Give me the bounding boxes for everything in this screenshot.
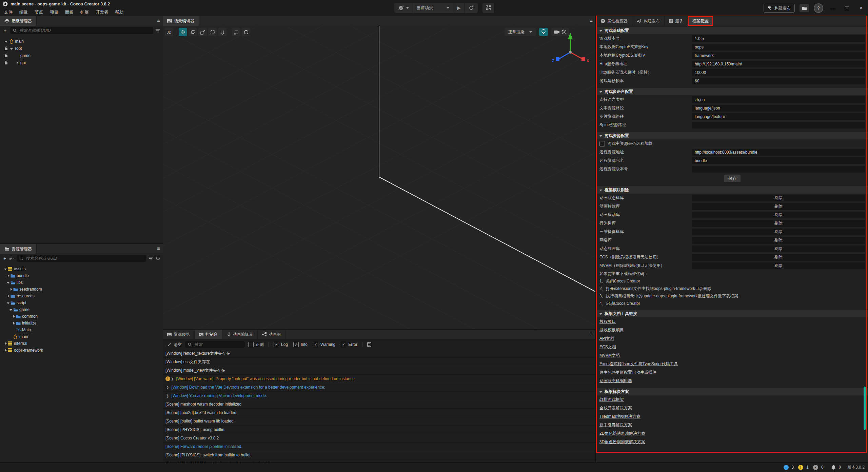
module-remove-button[interactable]: 剔除 [692, 220, 865, 227]
doc-link[interactable]: 全栈开发解决方案 [599, 405, 632, 411]
doc-link[interactable]: ECS文档 [599, 344, 616, 350]
chevron-right-icon[interactable] [13, 322, 15, 324]
error-count-icon[interactable]: × [813, 465, 818, 470]
expand-chevron-icon[interactable]: ❯ [171, 377, 174, 381]
doc-link[interactable]: 新手引导解决方案 [599, 422, 632, 428]
checkbox-row-游戏中资源是否远程加载[interactable]: 游戏中资源是否远程加载 [596, 139, 868, 148]
pivot-toggle-button[interactable] [232, 28, 240, 36]
doc-link[interactable]: Excel格式转Json文件与TypeScript代码工具 [599, 361, 678, 367]
tab-控制台[interactable]: 控制台 [195, 330, 222, 339]
asset-node-common[interactable]: common [0, 313, 163, 320]
regex-checkbox[interactable]: 正则 [248, 342, 264, 348]
console-search-input[interactable]: 搜索 [185, 341, 245, 348]
doc-link[interactable]: 教程项目 [599, 319, 616, 324]
filter-info[interactable]: ✓Info [293, 342, 308, 347]
coordinate-space-button[interactable] [242, 28, 250, 36]
rotate-tool-button[interactable] [189, 28, 197, 36]
menu-item-开发者[interactable]: 开发者 [92, 9, 112, 16]
create-asset-button[interactable]: + [2, 256, 7, 261]
doc-link[interactable]: MVVM文档 [599, 353, 620, 358]
field-input[interactable]: language/json [692, 105, 865, 112]
doc-link[interactable]: 3D角色扮演游戏解决方案 [599, 439, 645, 445]
save-button[interactable]: 保存 [724, 175, 741, 182]
warning-count-icon[interactable]: ! [798, 465, 803, 470]
bell-icon[interactable] [831, 465, 836, 470]
menu-item-项目[interactable]: 项目 [46, 9, 62, 16]
chevron-down-icon[interactable] [10, 48, 13, 50]
chevron-right-icon[interactable] [13, 315, 15, 318]
rect-tool-button[interactable] [208, 28, 217, 36]
asset-node-script[interactable]: script [0, 299, 163, 306]
preview-qrcode-button[interactable] [482, 3, 494, 13]
chevron-right-icon[interactable] [17, 61, 18, 64]
restart-button[interactable] [465, 3, 478, 13]
mode-3d-toggle[interactable]: 3D [165, 28, 173, 36]
chevron-right-icon[interactable] [5, 342, 7, 345]
menu-item-文件[interactable]: 文件 [1, 9, 16, 16]
section-header-游戏多语言配置[interactable]: 游戏多语言配置 [596, 88, 868, 95]
module-remove-button[interactable]: 剔除 [692, 195, 865, 201]
tab-动画图[interactable]: 动画图 [258, 330, 285, 339]
maximize-button[interactable] [842, 5, 852, 11]
clear-console-button[interactable]: 清空 [167, 342, 182, 348]
field-input[interactable] [692, 166, 865, 173]
tab-框架配置[interactable]: 框架配置 [688, 16, 713, 26]
section-header-框架文档工具链接[interactable]: 框架文档工具链接 [596, 310, 868, 317]
scene-light-toggle[interactable] [539, 28, 548, 36]
scene-viewport[interactable]: X Z 3D [163, 26, 595, 329]
open-project-folder-button[interactable] [800, 4, 809, 12]
filter-log[interactable]: ✓Log [274, 342, 288, 347]
doc-link[interactable]: 2D角色扮演游戏解决方案 [599, 431, 645, 436]
asset-node-main[interactable]: main [0, 333, 163, 340]
menu-item-节点[interactable]: 节点 [31, 9, 46, 16]
play-button[interactable]: ▶ [453, 3, 465, 13]
module-remove-button[interactable]: 剔除 [692, 229, 865, 235]
doc-link[interactable]: 原生包热更新配置自动生成插件 [599, 370, 656, 375]
tab-属性检查器[interactable]: 属性检查器 [596, 16, 632, 26]
filter-warning[interactable]: ✓Warning [313, 342, 335, 347]
asset-node-libs[interactable]: libs [0, 279, 163, 286]
checkbox-unchecked[interactable] [599, 141, 605, 146]
preview-target-button[interactable] [394, 3, 413, 13]
field-input[interactable]: language/texture [692, 113, 865, 120]
asset-node-Main[interactable]: TSMain [0, 327, 163, 333]
field-input[interactable]: http://192.168.0.150/main/ [692, 61, 865, 67]
module-remove-button[interactable]: 剔除 [692, 212, 865, 218]
log-row[interactable]: [Scene] meshopt wasm decoder initialized [163, 400, 595, 409]
menu-item-帮助[interactable]: 帮助 [112, 9, 127, 16]
chevron-down-icon[interactable] [7, 302, 9, 304]
tab-hierarchy[interactable]: 层级管理器 [0, 16, 37, 26]
log-row[interactable]: [Window] model_view文件夹存在 [163, 366, 595, 375]
module-remove-button[interactable]: 剔除 [692, 203, 865, 210]
section-header-框架解决方案[interactable]: 框架解决方案 [596, 388, 868, 395]
field-input[interactable] [692, 122, 865, 129]
asset-node-game[interactable]: game [0, 306, 163, 313]
field-input[interactable]: bundle [692, 157, 865, 164]
hierarchy-search-input[interactable]: 搜索名称或 UUID [10, 27, 153, 34]
asset-node-bundle[interactable]: bundle [0, 272, 163, 279]
refresh-icon[interactable] [156, 256, 160, 261]
doc-link[interactable]: Tiledmap地图解决方案 [599, 414, 640, 419]
doc-link[interactable]: API文档 [599, 336, 614, 341]
chevron-right-icon[interactable] [11, 288, 12, 291]
tree-node-gui[interactable]: gui [0, 59, 163, 66]
log-row[interactable]: ❯[Window] You are running Vue in develop… [163, 392, 595, 400]
gear-icon[interactable] [561, 29, 566, 34]
asset-node-oops-framework[interactable]: oops-framework [0, 347, 163, 354]
scene-select-dropdown[interactable]: 当前场景 [413, 3, 453, 13]
chevron-right-icon[interactable] [5, 349, 7, 352]
panel-menu-icon[interactable]: ≡ [157, 245, 160, 251]
field-input[interactable]: 1.0.5 [692, 35, 865, 42]
scrollbar-thumb[interactable] [864, 387, 866, 430]
tab-构建发布[interactable]: 构建发布 [632, 16, 665, 26]
field-input[interactable]: 60 [692, 78, 865, 84]
panel-menu-icon[interactable]: ≡ [590, 331, 593, 337]
doc-link[interactable]: 游戏模板项目 [599, 327, 624, 333]
module-remove-button[interactable]: 剔除 [692, 245, 865, 252]
tree-node-main[interactable]: main [0, 38, 163, 45]
module-remove-button[interactable]: 剔除 [692, 237, 865, 244]
create-node-button[interactable]: + [2, 28, 8, 33]
axis-gizmo[interactable]: X Z [549, 31, 593, 71]
filter-error[interactable]: ✓Error [341, 342, 357, 347]
tab-assets[interactable]: 资源管理器 [0, 244, 37, 254]
